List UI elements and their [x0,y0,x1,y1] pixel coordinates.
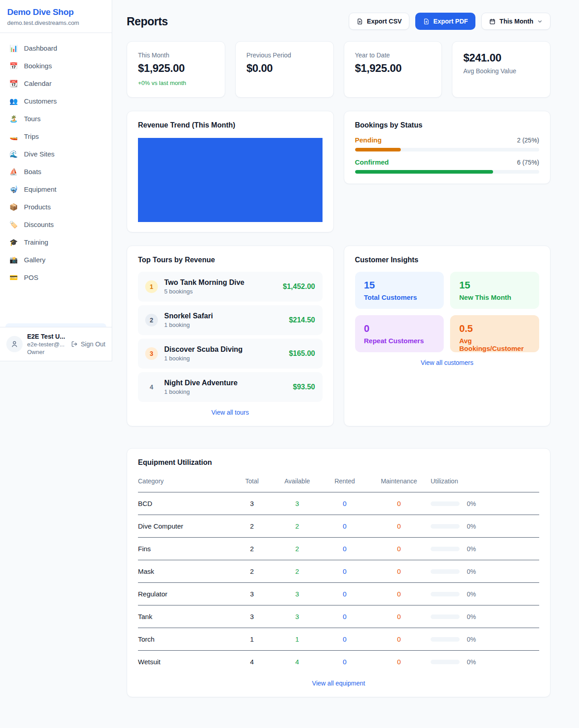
page-title: Reports [127,15,168,28]
sidebar-item-active-partial[interactable] [5,323,106,327]
sidebar-item-calendar[interactable]: 📆Calendar [4,75,108,92]
tour-bookings: 1 booking [164,355,283,362]
equipment-rented: 0 [322,628,367,651]
equipment-utilization: 0% [431,515,539,538]
chevron-down-icon [537,19,543,24]
stat-delta: +0% vs last month [138,80,214,86]
progress-track [355,148,540,151]
tile-new-this-month: 15 New This Month [450,272,539,309]
sidebar-item-equipment[interactable]: 🤿Equipment [4,180,108,198]
sidebar-item-label: Dive Sites [24,150,55,158]
sidebar-item-training[interactable]: 🎓Training [4,233,108,251]
tour-bookings: 1 booking [164,321,283,328]
equipment-utilization: 0% [431,583,539,605]
shop-name: Demo Dive Shop [7,7,104,17]
tour-revenue: $214.50 [289,316,315,324]
avatar [6,336,23,352]
period-dropdown[interactable]: This Month [481,13,551,30]
user-email: e2e-tester@... [27,341,66,348]
status-count: 2 (25%) [517,137,539,144]
credit-card-icon: 💳 [9,274,18,281]
sign-out-button[interactable]: Sign Out [71,340,105,348]
equipment-total: 2 [232,515,272,538]
rank-badge: 1 [145,280,158,293]
column-header-total: Total [232,473,272,492]
tile-value: 0 [364,323,435,335]
tour-revenue: $1,452.00 [283,283,315,291]
equipment-utilization: 0% [431,538,539,560]
utilization-percent: 0% [467,545,476,553]
equipment-total: 3 [232,605,272,628]
sidebar-item-dive-sites[interactable]: 🌊Dive Sites [4,145,108,163]
utilization-percent: 0% [467,523,476,530]
view-all-tours-link[interactable]: View all tours [138,409,323,416]
stat-card-previous-period: Previous Period $0.00 [235,41,334,98]
stat-card-this-month: This Month $1,925.00 +0% vs last month [127,41,225,98]
sidebar-item-label: Gallery [24,256,46,264]
view-all-equipment-link[interactable]: View all equipment [138,680,539,687]
utilization-percent: 0% [467,591,476,598]
utilization-percent: 0% [467,568,476,575]
sidebar-item-discounts[interactable]: 🏷️Discounts [4,216,108,233]
view-all-customers-link[interactable]: View all customers [355,359,540,366]
progress-track [355,170,540,174]
calendar-date-icon: 📅 [9,62,18,69]
camera-icon: 📸 [9,256,18,263]
bookings-by-status-card: Bookings by Status Pending 2 (25%) Confi… [344,111,551,184]
equipment-available: 4 [272,651,322,673]
wave-icon: 🌊 [9,151,18,157]
revenue-trend-chart [138,138,323,222]
graduation-cap-icon: 🎓 [9,239,18,246]
calendar-icon [489,18,496,25]
sidebar-item-tours[interactable]: 🏝️Tours [4,110,108,128]
equipment-available: 3 [272,492,322,515]
tile-repeat-customers: 0 Repeat Customers [355,315,444,352]
logout-icon [71,340,78,348]
stat-label: This Month [138,52,214,59]
stat-value: $241.00 [463,52,539,64]
equipment-available: 3 [272,605,322,628]
revenue-bar [138,138,323,222]
sidebar-item-customers[interactable]: 👥Customers [4,92,108,110]
sidebar-item-label: Tours [24,115,41,123]
calendar-icon: 📆 [9,80,18,87]
equipment-utilization: 0% [431,651,539,673]
utilization-bar [431,592,460,596]
equipment-rented: 0 [322,583,367,605]
export-csv-button[interactable]: Export CSV [349,13,409,30]
sidebar-item-trips[interactable]: 🚤Trips [4,128,108,145]
sidebar-item-dashboard[interactable]: 📊Dashboard [4,39,108,57]
period-label: This Month [499,18,533,25]
shop-domain: demo.test.divestreams.com [7,19,104,26]
equipment-rented: 0 [322,560,367,583]
tour-bookings: 5 bookings [164,288,276,295]
tour-name: Two Tank Morning Dive [164,279,276,287]
top-tours-title: Top Tours by Revenue [138,256,323,264]
equipment-row: Torch11000% [138,628,539,651]
equipment-available: 2 [272,538,322,560]
sidebar-item-gallery[interactable]: 📸Gallery [4,251,108,269]
sidebar-item-label: Calendar [24,80,52,87]
utilization-bar [431,637,460,642]
tile-label: Avg Bookings/Customer [459,337,530,352]
table-header-row: Category Total Available Rented Maintena… [138,473,539,492]
speedboat-icon: 🚤 [9,133,18,140]
sidebar-item-products[interactable]: 📦Products [4,198,108,216]
top-tours-card: Top Tours by Revenue 1 Two Tank Morning … [127,246,334,426]
tour-bookings: 1 booking [164,388,287,395]
sidebar-item-pos[interactable]: 💳POS [4,269,108,286]
sidebar-header: Demo Dive Shop demo.test.divestreams.com [0,0,112,33]
sidebar-item-label: Bookings [24,62,52,70]
column-header-utilization: Utilization [431,473,539,492]
file-download-icon [356,18,363,25]
diving-mask-icon: 🤿 [9,186,18,193]
stat-value: $1,925.00 [138,62,214,75]
equipment-maintenance: 0 [367,538,431,560]
sidebar-user-footer: E2E Test U... e2e-tester@... Owner Sign … [0,327,112,361]
sidebar-item-bookings[interactable]: 📅Bookings [4,57,108,75]
export-pdf-button[interactable]: Export PDF [415,13,475,30]
tour-row: 1 Two Tank Morning Dive5 bookings $1,452… [138,272,323,302]
sidebar-item-label: Discounts [24,221,54,228]
sidebar-item-boats[interactable]: ⛵Boats [4,163,108,180]
stat-card-year-to-date: Year to Date $1,925.00 [344,41,442,98]
